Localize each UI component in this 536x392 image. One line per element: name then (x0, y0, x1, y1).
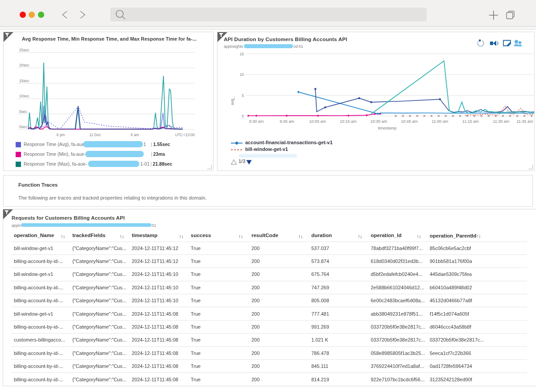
svg-text:11:15 am: 11:15 am (462, 119, 479, 124)
svg-text:15: 15 (240, 52, 244, 56)
svg-text:0: 0 (242, 114, 244, 118)
svg-text:11:30 am: 11:30 am (493, 119, 510, 124)
svg-text:5sec: 5sec (19, 109, 28, 114)
svg-text:25sec: 25sec (19, 48, 29, 52)
svg-text:11:45 am: 11:45 am (517, 119, 533, 124)
svg-text:5: 5 (242, 93, 244, 98)
svg-text:UTC+13:00: UTC+13:00 (175, 133, 195, 137)
svg-text:10:30 am: 10:30 am (370, 119, 387, 124)
svg-text:timestamp: timestamp (378, 126, 397, 130)
svg-text:0sec: 0sec (19, 125, 28, 129)
svg-text:10:00 am: 10:00 am (309, 119, 326, 124)
svg-text:11:00 am: 11:00 am (432, 119, 448, 124)
svg-text:10:45 am: 10:45 am (401, 119, 418, 124)
svg-text:20sec: 20sec (19, 63, 29, 67)
svg-text:11 Dec: 11 Dec (89, 133, 101, 137)
svg-text:10sec: 10sec (19, 94, 29, 98)
svg-text:15sec: 15sec (19, 79, 29, 83)
svg-text:avg_: avg_ (230, 96, 234, 105)
svg-text:10:15 am: 10:15 am (340, 119, 357, 124)
svg-text:9:45 am: 9:45 am (280, 119, 294, 124)
svg-text:6 am: 6 am (131, 133, 139, 137)
svg-text:9:30 am: 9:30 am (249, 119, 264, 124)
svg-text:10: 10 (240, 72, 244, 77)
svg-text:6 pm: 6 pm (57, 133, 65, 137)
